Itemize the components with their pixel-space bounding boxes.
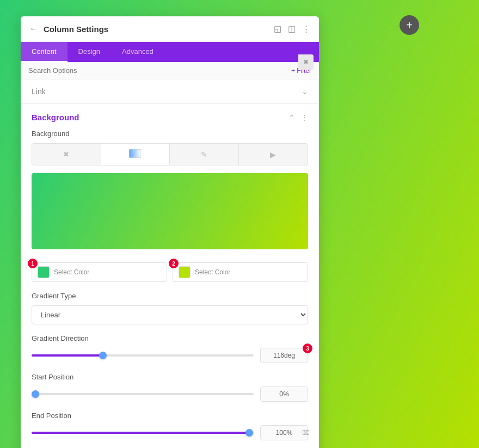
- end-position-fill: [32, 432, 249, 434]
- more-options-icon[interactable]: ⋮: [302, 24, 310, 34]
- section-controls: ⌃ ⋮: [288, 113, 308, 122]
- color-pickers-row: 1 Select Color 2 Select Color: [32, 257, 308, 282]
- back-icon[interactable]: ←: [29, 24, 38, 34]
- gradient-type-select[interactable]: Linear Radial: [32, 305, 308, 324]
- gradient-direction-badge: 3: [303, 343, 312, 353]
- section-title: Background: [32, 113, 79, 122]
- link-label: Link: [32, 87, 46, 96]
- color-stop-badge-2: 2: [169, 259, 179, 268]
- start-position-track[interactable]: [32, 393, 254, 395]
- start-position-label: Start Position: [32, 373, 308, 381]
- column-settings-panel: ← Column Settings ◱ ◫ ⋮ Content Design A…: [21, 16, 319, 448]
- bg-type-image[interactable]: ✎: [170, 144, 239, 165]
- color-stop-1[interactable]: 1 Select Color: [32, 262, 167, 282]
- panel-close-edge[interactable]: ✖: [298, 54, 314, 70]
- color-swatch-1: [38, 266, 50, 278]
- panel-header: ← Column Settings ◱ ◫ ⋮: [21, 16, 319, 42]
- gradient-direction-thumb[interactable]: [99, 352, 107, 359]
- image-icon: ✎: [201, 150, 207, 159]
- collapse-icon[interactable]: ⌃: [288, 113, 295, 122]
- svg-rect-0: [129, 149, 141, 158]
- gradient-direction-value-wrapper: 3: [260, 348, 308, 363]
- section-more-icon[interactable]: ⋮: [300, 113, 308, 122]
- tab-design[interactable]: Design: [67, 42, 111, 62]
- tab-content[interactable]: Content: [21, 42, 67, 62]
- gradient-type-label: Gradient Type: [32, 292, 308, 300]
- color-stop-2-label: Select Color: [195, 268, 302, 276]
- close-edge-icon: ✖: [303, 58, 309, 66]
- plus-button[interactable]: +: [400, 15, 419, 35]
- background-field-label: Background: [32, 130, 308, 138]
- bg-type-tabs: ✖: [32, 143, 308, 165]
- panel-header-right: ◱ ◫ ⋮: [274, 24, 310, 34]
- bg-type-none[interactable]: ✖: [32, 144, 101, 165]
- tabs-bar: Content Design Advanced: [21, 42, 319, 62]
- none-icon: ✖: [63, 150, 69, 158]
- columns-icon[interactable]: ◫: [288, 24, 296, 34]
- gradient-direction-track[interactable]: [32, 354, 254, 357]
- link-section[interactable]: Link ⌄: [21, 79, 319, 104]
- gradient-direction-group: Gradient Direction 3: [32, 334, 308, 363]
- end-position-row: [32, 425, 308, 440]
- background-section: Background ⌃ ⋮ Background ✖: [21, 104, 319, 448]
- tab-advanced[interactable]: Advanced: [111, 42, 164, 62]
- color-stop-badge-1: 1: [28, 259, 38, 268]
- color-stop-1-label: Select Color: [54, 268, 161, 276]
- resize-icon: ⌧: [302, 429, 310, 437]
- panel-header-left: ← Column Settings: [29, 24, 108, 34]
- start-position-row: [32, 386, 308, 402]
- gradient-direction-input[interactable]: [260, 348, 308, 363]
- panel-content: Link ⌄ Background ⌃ ⋮ Background ✖: [21, 79, 319, 448]
- search-bar: + Filter: [21, 62, 319, 79]
- fit-screen-icon[interactable]: ◱: [274, 24, 281, 34]
- video-icon: ▶: [270, 150, 276, 159]
- bg-type-gradient[interactable]: [101, 144, 170, 165]
- end-position-track[interactable]: [32, 432, 254, 434]
- gradient-preview: [32, 173, 308, 249]
- chevron-down-icon: ⌄: [302, 87, 308, 96]
- search-input[interactable]: [28, 66, 291, 75]
- end-position-group: End Position: [32, 412, 308, 440]
- bg-type-video[interactable]: ▶: [239, 144, 308, 165]
- gradient-direction-row: 3: [32, 348, 308, 363]
- section-header: Background ⌃ ⋮: [32, 113, 308, 122]
- start-position-group: Start Position: [32, 373, 308, 402]
- panel-title: Column Settings: [44, 24, 108, 34]
- gradient-direction-label: Gradient Direction: [32, 334, 308, 342]
- start-position-input[interactable]: [260, 386, 308, 402]
- start-position-thumb[interactable]: [32, 390, 39, 398]
- end-position-label: End Position: [32, 412, 308, 420]
- gradient-direction-fill: [32, 354, 103, 357]
- end-position-thumb[interactable]: [245, 429, 253, 437]
- color-stop-2[interactable]: 2 Select Color: [173, 262, 308, 282]
- gradient-type-group: Gradient Type Linear Radial: [32, 292, 308, 324]
- gradient-icon: [129, 149, 141, 159]
- color-swatch-2: [179, 266, 191, 278]
- panel-resize-edge[interactable]: ⌧: [298, 425, 314, 440]
